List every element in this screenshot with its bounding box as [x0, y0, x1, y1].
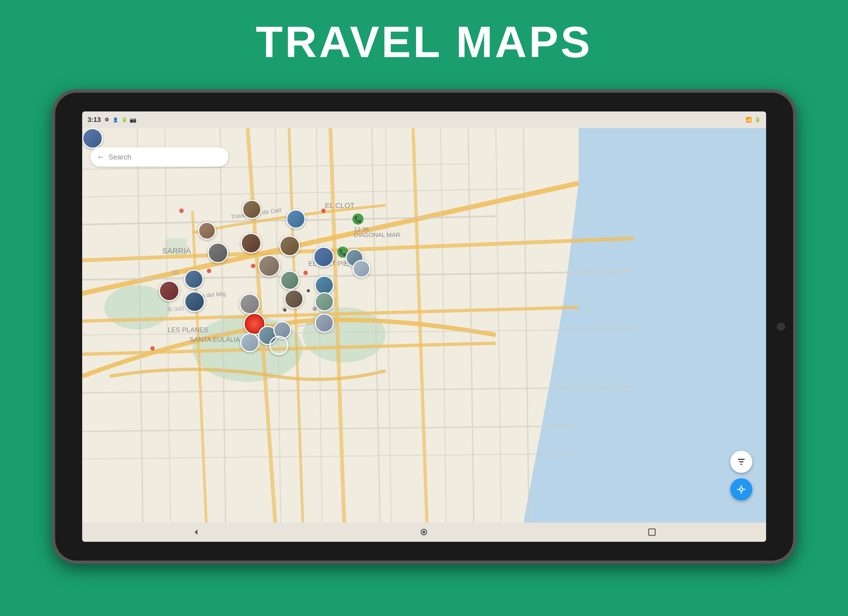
- back-nav-button[interactable]: [188, 527, 205, 538]
- pin-1[interactable]: [242, 200, 261, 219]
- svg-point-48: [321, 209, 326, 213]
- svg-point-49: [207, 269, 211, 273]
- svg-point-54: [313, 307, 317, 311]
- svg-point-56: [306, 289, 310, 293]
- svg-text:📞: 📞: [339, 249, 347, 256]
- pin-24[interactable]: [269, 336, 288, 355]
- battery-status-icon: 🔋: [755, 117, 761, 123]
- svg-marker-70: [195, 529, 197, 535]
- status-time: 3:13: [88, 116, 101, 123]
- pin-13[interactable]: [284, 289, 304, 309]
- svg-point-72: [423, 531, 425, 533]
- nav-bar: [82, 522, 766, 542]
- pin-2[interactable]: [286, 209, 305, 229]
- search-placeholder: Search: [109, 153, 131, 161]
- tablet-screen: 3:13 ⚙ 👤 🔋 📷 📶 🔋: [82, 111, 766, 542]
- pin-10[interactable]: [159, 281, 179, 301]
- pin-23[interactable]: [240, 333, 259, 352]
- location-fab-button[interactable]: [730, 478, 752, 500]
- pin-8[interactable]: [184, 270, 203, 289]
- svg-text:N-340: N-340: [167, 305, 184, 313]
- svg-text:10: 10: [172, 269, 178, 276]
- svg-text:12.36: 12.36: [354, 226, 369, 233]
- settings-icon: ⚙: [104, 117, 110, 123]
- pin-5[interactable]: [241, 233, 261, 254]
- svg-point-50: [303, 271, 308, 275]
- page-title: TRAVEL MAPS: [256, 16, 592, 67]
- svg-rect-73: [649, 529, 655, 535]
- status-bar: 3:13 ⚙ 👤 🔋 📷 📶 🔋: [82, 111, 766, 128]
- pin-14[interactable]: [82, 128, 103, 149]
- pin-4[interactable]: [208, 242, 228, 263]
- back-arrow-icon[interactable]: ←: [96, 152, 106, 162]
- pin-11[interactable]: [184, 291, 205, 312]
- pin-19[interactable]: [353, 260, 371, 278]
- map-area[interactable]: SARRIÀ EL CLOT DIAGONAL MAR EL FORT PIEN…: [82, 128, 766, 522]
- pin-7[interactable]: [258, 255, 280, 277]
- svg-text:EL CLOT: EL CLOT: [325, 201, 355, 210]
- pin-15[interactable]: [313, 246, 334, 267]
- svg-point-51: [251, 264, 255, 268]
- tablet-camera: [777, 323, 785, 331]
- svg-text:📞: 📞: [354, 215, 362, 223]
- pin-12[interactable]: [239, 294, 260, 314]
- tablet-device: 3:13 ⚙ 👤 🔋 📷 📶 🔋: [52, 89, 796, 564]
- battery-icon: 🔋: [122, 117, 127, 123]
- svg-point-52: [150, 346, 155, 350]
- pin-17[interactable]: [315, 292, 334, 312]
- pin-9[interactable]: [280, 271, 299, 290]
- wifi-icon: 📶: [746, 117, 752, 123]
- svg-text:SARRIÀ: SARRIÀ: [162, 246, 191, 255]
- svg-point-65: [740, 488, 743, 491]
- home-nav-button[interactable]: [416, 527, 432, 538]
- user-icon: 👤: [113, 117, 119, 123]
- camera-red-icon: 📷: [130, 117, 136, 123]
- pin-25[interactable]: [315, 313, 334, 333]
- pin-3[interactable]: [198, 222, 216, 240]
- recent-nav-button[interactable]: [643, 527, 660, 538]
- svg-text:LES PLANES: LES PLANES: [168, 326, 208, 334]
- svg-point-57: [283, 308, 287, 312]
- svg-point-47: [179, 209, 184, 213]
- pin-6[interactable]: [279, 236, 300, 256]
- search-bar[interactable]: ← Search: [90, 147, 228, 166]
- filter-fab-button[interactable]: [730, 451, 752, 473]
- svg-text:SANTA EULÀLIA: SANTA EULÀLIA: [190, 336, 240, 343]
